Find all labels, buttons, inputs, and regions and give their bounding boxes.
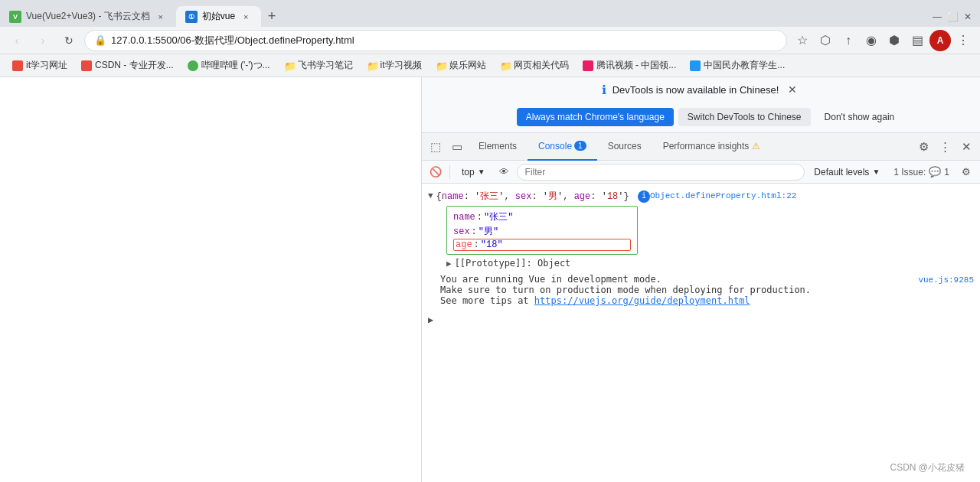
- prompt-arrow-icon[interactable]: [428, 314, 433, 326]
- avatar-icon[interactable]: A: [929, 30, 951, 51]
- filter-input[interactable]: [517, 164, 805, 181]
- forward-button[interactable]: ›: [32, 30, 54, 51]
- tab-elements[interactable]: Elements: [468, 133, 528, 161]
- switch-chinese-button[interactable]: Switch DevTools to Chinese: [678, 108, 811, 126]
- prop-age-val: "18": [481, 239, 503, 250]
- console-entry-object: {name: '张三', sex: '男', age: '18'} i Obje…: [422, 187, 980, 272]
- reload-button[interactable]: ↻: [58, 30, 80, 51]
- back-button[interactable]: ‹: [6, 30, 28, 51]
- vue-warning-line2: Make sure to turn on production mode whe…: [440, 285, 912, 295]
- prop-name-key: name: [453, 212, 475, 223]
- top-level-dropdown[interactable]: top ▼: [455, 164, 492, 180]
- bookmark-icon-3: [188, 60, 198, 71]
- minimize-icon[interactable]: —: [931, 11, 943, 23]
- console-settings-icon[interactable]: ⚙: [957, 163, 975, 181]
- tab-active[interactable]: ① 初始vue ×: [176, 6, 261, 27]
- extension2-icon[interactable]: ⬢: [884, 30, 905, 51]
- notification-text: DevTools is now available in Chinese!: [612, 84, 779, 96]
- default-levels-dropdown[interactable]: Default levels ▼: [808, 165, 886, 179]
- devtools-device-icon[interactable]: ▭: [446, 136, 468, 158]
- info-icon: ℹ: [602, 83, 606, 97]
- dont-show-button[interactable]: Don't show again: [815, 108, 904, 126]
- profile-icon[interactable]: ◉: [861, 30, 882, 51]
- devtools-inspect-icon[interactable]: ⬚: [425, 136, 446, 158]
- devtools-close-icon[interactable]: ✕: [956, 136, 977, 158]
- bookmark-item-6[interactable]: 📁 娱乐网站: [430, 57, 492, 74]
- notification-top-row: ℹ DevTools is now available in Chinese! …: [602, 82, 801, 97]
- performance-warning-icon: ⚠: [752, 141, 760, 151]
- bookmark-item-5[interactable]: 📁 it学习视频: [361, 57, 428, 74]
- url-secure-icon: 🔒: [94, 34, 106, 46]
- tab-label-2: 初始vue: [202, 10, 235, 23]
- bookmark-item-8[interactable]: 腾讯视频 - 中国领...: [577, 57, 683, 74]
- console-prompt-row: [422, 308, 980, 331]
- bookmark-item-2[interactable]: CSDN - 专业开发...: [75, 57, 180, 74]
- bookmark-label-7: 网页相关代码: [514, 59, 569, 72]
- always-match-button[interactable]: Always match Chrome's language: [517, 108, 674, 126]
- bookmark-icon[interactable]: ☆: [792, 30, 813, 51]
- object-source-link[interactable]: Object.defineProperty.html:22: [650, 191, 796, 200]
- url-bar[interactable]: 🔒 127.0.0.1:5500/06-数据代理/Object.definePr…: [84, 30, 787, 51]
- bookmark-label-5: it学习视频: [381, 59, 422, 72]
- tab-favicon-2: ①: [185, 11, 198, 23]
- ct-separator-1: [449, 165, 450, 179]
- bookmark-item-7[interactable]: 📁 网页相关代码: [494, 57, 575, 74]
- new-tab-button[interactable]: +: [261, 6, 283, 27]
- clear-console-button[interactable]: 🚫: [426, 163, 445, 181]
- bookmark-item-4[interactable]: 📁 飞书学习笔记: [278, 57, 359, 74]
- tab-performance[interactable]: Performance insights ⚠: [652, 133, 772, 161]
- maximize-icon[interactable]: ⬜: [946, 11, 959, 23]
- url-text: 127.0.0.1:5500/06-数据代理/Object.defineProp…: [111, 34, 354, 47]
- vue-deployment-link[interactable]: https://vuejs.org/guide/deployment.html: [534, 295, 750, 306]
- notification-close-icon[interactable]: ✕: [785, 82, 800, 97]
- tab-console[interactable]: Console 1: [528, 133, 597, 161]
- bookmark-item-1[interactable]: it学习网址: [6, 57, 74, 74]
- tab-label-1: Vue(Vue2+Vue3) - 飞书云文档: [26, 10, 150, 23]
- prototype-arrow[interactable]: [446, 259, 452, 269]
- bookmark-item-3[interactable]: 哔哩哔哩 ('-')つ...: [181, 57, 276, 74]
- default-levels-text: Default levels: [814, 167, 869, 177]
- devtools-settings-icon[interactable]: ⚙: [913, 136, 934, 158]
- folder-icon-7: 📁: [500, 60, 511, 71]
- object-prop-sex: sex:"男": [453, 224, 631, 239]
- expand-arrow-object[interactable]: [428, 191, 433, 200]
- address-bar: ‹ › ↻ 🔒 127.0.0.1:5500/06-数据代理/Object.de…: [0, 27, 980, 54]
- extension-icon[interactable]: ⬡: [815, 30, 836, 51]
- issue-indicator: 1 Issue: 💬 1: [889, 164, 954, 179]
- tab-vue-docs[interactable]: V Vue(Vue2+Vue3) - 飞书云文档 ×: [0, 6, 176, 27]
- prop-sex-key: sex: [453, 226, 470, 237]
- sidebar-icon[interactable]: ▤: [906, 30, 928, 51]
- eye-icon[interactable]: 👁: [495, 163, 514, 181]
- devtools-panel: ℹ DevTools is now available in Chinese! …: [421, 77, 980, 482]
- bookmark-label-9: 中国民办教育学生...: [704, 59, 785, 72]
- object-summary[interactable]: {name: '张三', sex: '男', age: '18'} i: [436, 190, 650, 203]
- issue-count-text: 1 Issue:: [893, 167, 926, 177]
- toolbar-icons: ☆ ⬡ ↑ ◉ ⬢ ▤ A ⋮: [792, 30, 974, 51]
- bookmark-icon-9: [690, 60, 701, 71]
- console-output: {name: '张三', sex: '男', age: '18'} i Obje…: [422, 184, 980, 482]
- menu-icon[interactable]: ⋮: [952, 30, 974, 51]
- prototype-row: [[Prototype]]: Object: [422, 256, 577, 269]
- bookmark-label-2: CSDN - 专业开发...: [95, 59, 174, 72]
- bookmark-label-8: 腾讯视频 - 中国领...: [596, 59, 677, 72]
- prop-name-val: "张三": [484, 210, 513, 223]
- tab-close-1[interactable]: ×: [155, 11, 167, 23]
- folder-icon-5: 📁: [367, 60, 377, 71]
- dropdown-arrow-icon: ▼: [478, 168, 485, 176]
- update-icon[interactable]: ↑: [838, 30, 859, 51]
- bookmark-item-9[interactable]: 中国民办教育学生...: [684, 57, 791, 74]
- devtools-more-icon[interactable]: ⋮: [934, 136, 956, 158]
- devtools-notification: ℹ DevTools is now available in Chinese! …: [422, 77, 980, 133]
- close-icon[interactable]: ✕: [962, 11, 974, 23]
- title-bar: V Vue(Vue2+Vue3) - 飞书云文档 × ① 初始vue × + —…: [0, 0, 980, 27]
- tab-sources[interactable]: Sources: [597, 133, 652, 161]
- prop-age-key: age: [456, 239, 472, 250]
- notification-buttons: Always match Chrome's language Switch De…: [517, 108, 903, 126]
- bookmark-icon-2: [81, 60, 92, 71]
- object-info-badge[interactable]: i: [638, 191, 650, 203]
- vue-source-link[interactable]: vue.js:9285: [918, 275, 974, 285]
- vue-warning-entry: You are running Vue in development mode.…: [422, 272, 980, 308]
- tab-close-2[interactable]: ×: [240, 11, 252, 23]
- default-levels-arrow: ▼: [872, 168, 880, 176]
- main-area: ℹ DevTools is now available in Chinese! …: [0, 77, 980, 482]
